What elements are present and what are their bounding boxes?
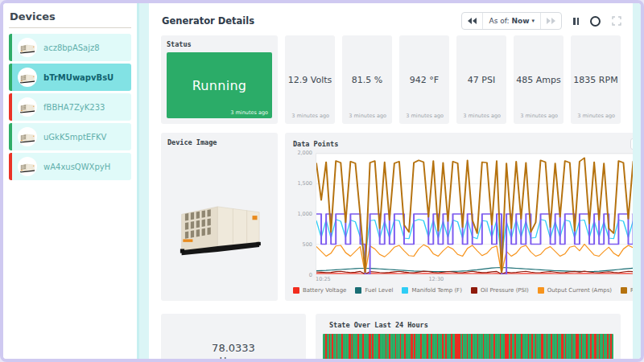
metric-card: 47 PSI3 minutes ago [456, 35, 506, 124]
refresh-button[interactable] [590, 16, 601, 27]
legend-item[interactable]: Oil Pressure (PSI) [471, 287, 529, 294]
chevron-down-icon: ▾ [531, 18, 535, 24]
state-red-mark [362, 334, 363, 359]
generator-icon [19, 130, 35, 143]
legend-item[interactable]: Fuel Level [355, 287, 393, 294]
metric-value: 47 PSI [468, 75, 495, 85]
state-red-mark [386, 334, 386, 359]
fast-forward-icon [547, 18, 555, 24]
legend-swatch [538, 287, 544, 294]
state-red-mark [599, 334, 600, 359]
fullscreen-button[interactable] [612, 16, 621, 26]
metric-value: 12.9 Volts [288, 75, 332, 85]
device-id-label: uGkK5mptEFKV [43, 133, 106, 142]
state-red-mark [325, 334, 327, 359]
generator-icon [19, 101, 35, 113]
state-red-mark [411, 334, 413, 359]
sidebar-splitter[interactable] [137, 3, 149, 359]
state-red-mark [445, 334, 446, 359]
device-list-item[interactable]: bTrMUwapvBsU [9, 64, 131, 91]
chart-plot [316, 154, 633, 274]
legend-label: Output Current (Amps) [547, 287, 612, 294]
state-red-mark [561, 334, 564, 359]
state-red-mark [389, 334, 390, 359]
state-red-mark [500, 334, 501, 359]
loader-circle-icon [590, 16, 601, 27]
metric-card: 12.9 Volts3 minutes ago [285, 35, 335, 124]
state-red-mark [404, 334, 405, 359]
sidebar-title: Devices [9, 9, 131, 27]
state-red-mark [414, 334, 415, 359]
chart-legend: Battery VoltageFuel LevelManifold Temp (… [293, 287, 633, 294]
state-history-card: State Over Last 24 Hours [316, 314, 621, 359]
forward-button[interactable] [541, 13, 561, 29]
state-red-mark [378, 334, 380, 359]
state-red-mark [510, 334, 512, 359]
metric-updated: 3 minutes ago [291, 113, 329, 119]
device-thumbnail [18, 127, 37, 146]
device-list-item[interactable]: fBBHA7ZyK233 [9, 93, 131, 121]
device-id-label: fBBHA7ZyK233 [43, 103, 105, 112]
x-tick: 12:30 [428, 276, 444, 282]
metric-updated: 3 minutes ago [349, 113, 386, 119]
legend-label: Manifold Temp (F) [411, 287, 461, 294]
legend-swatch [471, 287, 477, 294]
rewind-icon [468, 18, 477, 24]
rewind-button[interactable] [462, 13, 483, 29]
state-red-mark [455, 334, 460, 359]
legend-swatch [355, 287, 361, 294]
device-list-item[interactable]: wA4xusQWXpyH [9, 153, 131, 180]
legend-item[interactable]: RPM [621, 287, 633, 294]
legend-label: Fuel Level [365, 287, 393, 294]
state-red-mark [332, 334, 334, 359]
metrics-row: Status Running 3 minutes ago 12.9 Volts3… [161, 35, 621, 124]
device-status-bar [9, 93, 12, 121]
device-list-item[interactable]: acz8bpASajz8 [9, 34, 131, 61]
device-status-bar [9, 34, 12, 61]
metric-updated: 3 minutes ago [520, 113, 558, 119]
state-red-mark [493, 334, 496, 359]
legend-label: Battery Voltage [303, 287, 346, 294]
state-red-mark [431, 334, 432, 359]
state-red-mark [535, 334, 536, 359]
y-axis-left: 05001,0001,5002,000 [293, 153, 316, 275]
metric-card: 81.5 %3 minutes ago [342, 35, 392, 124]
state-red-mark [603, 334, 605, 359]
legend-item[interactable]: Output Current (Amps) [538, 287, 612, 294]
device-status-bar [9, 123, 12, 150]
pause-icon [573, 18, 579, 25]
page-title: Generator Details [162, 15, 254, 27]
state-history-title: State Over Last 24 Hours [329, 321, 613, 329]
main-panel: Generator Details As of: Now ▾ [149, 3, 633, 359]
state-red-mark [341, 334, 343, 359]
device-id-label: wA4xusQWXpyH [43, 162, 110, 171]
generator-icon [19, 160, 35, 173]
state-row: 78.0333 Hours State Over Last 24 Hours [161, 314, 621, 359]
state-red-mark [352, 334, 353, 359]
device-image-card: Device Image [161, 133, 278, 301]
metric-updated: 3 minutes ago [406, 113, 444, 119]
legend-swatch [293, 287, 299, 294]
device-id-label: acz8bpASajz8 [43, 43, 100, 52]
legend-label: Oil Pressure (PSI) [481, 287, 529, 294]
y-tick-left: 500 [303, 241, 312, 248]
generator-icon [19, 41, 35, 54]
main-scrollbar[interactable] [633, 3, 641, 359]
device-id-label: bTrMUwapvBsU [43, 73, 114, 82]
run-hours-unit: Hours [219, 356, 247, 360]
app-window: Devices acz8bpASajz8 [0, 0, 644, 362]
legend-item[interactable]: Manifold Temp (F) [402, 287, 461, 294]
run-hours-value: 78.0333 [212, 342, 255, 354]
as-of-dropdown[interactable]: As of: Now ▾ [483, 13, 541, 29]
state-history-strip [323, 334, 613, 359]
device-image-title: Device Image [167, 138, 271, 146]
detail-row: Device Image Data Points 6h at 5m r [161, 133, 621, 301]
state-red-mark [610, 334, 611, 359]
run-hours-card: 78.0333 Hours [161, 314, 306, 359]
state-red-mark [594, 334, 597, 359]
chart-plot-wrap[interactable] [316, 153, 633, 275]
status-value: Running [192, 78, 247, 93]
device-list-item[interactable]: uGkK5mptEFKV [9, 123, 131, 150]
pause-button[interactable] [573, 18, 579, 25]
legend-item[interactable]: Battery Voltage [293, 287, 346, 294]
